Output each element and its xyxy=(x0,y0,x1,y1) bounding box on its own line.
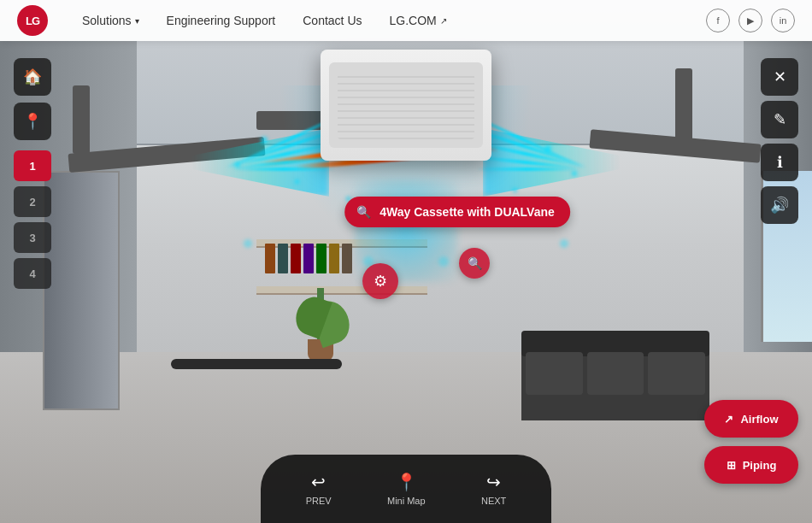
nav-contact[interactable]: Contact Us xyxy=(303,14,362,27)
nav-links: Solutions ▾ Engineering Support Contact … xyxy=(82,14,706,27)
settings-icon: ⚙ xyxy=(374,272,387,291)
prev-button[interactable]: ↩ PREV xyxy=(306,472,332,506)
info-icon: ℹ xyxy=(777,153,783,172)
minimap-label: Mini Map xyxy=(387,496,426,506)
lg-logo-icon: LG xyxy=(17,5,48,36)
airflow-button[interactable]: ↗ Airflow xyxy=(704,400,798,438)
edit-button[interactable]: ✎ xyxy=(761,101,798,138)
duct-vertical-2 xyxy=(675,68,692,154)
location-icon: 📍 xyxy=(23,112,42,131)
audio-button[interactable]: 🔊 xyxy=(761,186,798,224)
table xyxy=(171,359,342,369)
left-sidebar: 🏠 📍 1 2 3 4 xyxy=(14,58,51,289)
sofa-cushions xyxy=(526,352,705,395)
linkedin-icon[interactable]: in xyxy=(771,9,795,32)
prev-label: PREV xyxy=(306,496,332,506)
search-float-button[interactable]: 🔍 xyxy=(459,248,490,279)
external-link-icon: ↗ xyxy=(440,16,447,26)
ac-unit xyxy=(321,50,491,161)
step-2[interactable]: 2 xyxy=(14,186,51,217)
piping-icon: ⊞ xyxy=(727,459,736,472)
piping-label: Piping xyxy=(743,459,777,472)
piping-button[interactable]: ⊞ Piping xyxy=(704,446,798,484)
airflow-label: Airflow xyxy=(740,413,778,426)
navbar: LG Solutions ▾ Engineering Support Conta… xyxy=(0,0,812,41)
next-icon: ↪ xyxy=(486,472,501,492)
home-icon: 🏠 xyxy=(23,68,42,86)
youtube-icon[interactable]: ▶ xyxy=(738,9,762,32)
plant xyxy=(308,288,333,361)
search-icon: 🔍 xyxy=(356,205,371,219)
bookshelf xyxy=(256,239,427,359)
prev-icon: ↩ xyxy=(311,472,326,492)
home-button[interactable]: 🏠 xyxy=(14,58,51,96)
airflow-icon: ↗ xyxy=(724,413,733,426)
minimap-button[interactable]: 📍 Mini Map xyxy=(387,472,426,506)
minimap-icon: 📍 xyxy=(396,472,417,492)
facebook-icon[interactable]: f xyxy=(706,9,730,32)
nav-lgcom[interactable]: LG.COM ↗ xyxy=(390,14,447,27)
nav-logo[interactable]: LG xyxy=(17,5,48,36)
next-label: NEXT xyxy=(481,496,506,506)
settings-float-button[interactable]: ⚙ xyxy=(362,263,398,299)
duct-vertical-1 xyxy=(73,85,90,154)
solutions-chevron-icon: ▾ xyxy=(135,16,139,26)
nav-engineering-support[interactable]: Engineering Support xyxy=(167,14,276,27)
product-label[interactable]: 🔍 4Way Cassette with DUALVane xyxy=(344,197,570,227)
audio-icon: 🔊 xyxy=(770,196,789,214)
close-icon: ✕ xyxy=(774,68,786,86)
product-label-text: 4Way Cassette with DUALVane xyxy=(380,205,555,219)
right-sidebar: ✕ ✎ ℹ 🔊 xyxy=(761,58,798,224)
edit-icon: ✎ xyxy=(774,110,786,129)
close-button[interactable]: ✕ xyxy=(761,58,798,96)
next-button[interactable]: ↪ NEXT xyxy=(481,472,506,506)
nav-solutions[interactable]: Solutions ▾ xyxy=(82,14,139,27)
step-indicators: 1 2 3 4 xyxy=(14,150,51,289)
room-main xyxy=(137,145,744,352)
location-button[interactable]: 📍 xyxy=(14,103,51,140)
step-1[interactable]: 1 xyxy=(14,150,51,181)
search-float-icon: 🔍 xyxy=(468,256,482,270)
step-4[interactable]: 4 xyxy=(14,258,51,289)
bottom-bar: ↩ PREV 📍 Mini Map ↪ NEXT xyxy=(261,455,551,523)
nav-social: f ▶ in xyxy=(706,9,795,32)
info-button[interactable]: ℹ xyxy=(761,144,798,181)
door xyxy=(43,171,120,410)
step-3[interactable]: 3 xyxy=(14,222,51,253)
